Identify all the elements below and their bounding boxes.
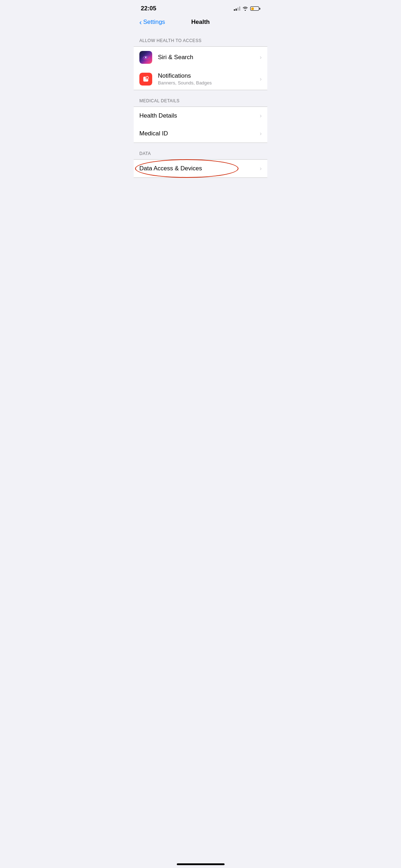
siri-icon [139, 51, 152, 64]
health-details-title: Health Details [139, 112, 257, 119]
notifications-title: Notifications [158, 72, 257, 79]
data-access-devices-row[interactable]: Data Access & Devices › [134, 160, 267, 177]
health-details-chevron-icon: › [260, 113, 262, 119]
data-access-row-wrapper: Data Access & Devices › [134, 160, 267, 177]
nav-bar: ‹ Settings Health [134, 16, 267, 30]
notifications-subtitle: Banners, Sounds, Badges [158, 80, 257, 86]
back-label: Settings [143, 19, 165, 26]
medical-id-chevron-icon: › [260, 130, 262, 137]
section-header-medical-details: MEDICAL DETAILS [134, 90, 267, 107]
medical-id-title: Medical ID [139, 130, 257, 137]
status-icons [234, 6, 260, 11]
siri-search-title: Siri & Search [158, 54, 257, 61]
siri-search-content: Siri & Search [158, 54, 257, 61]
status-bar: 22:05 [134, 0, 267, 16]
section-header-data: DATA [134, 143, 267, 159]
back-button[interactable]: ‹ Settings [139, 19, 165, 26]
back-chevron-icon: ‹ [139, 19, 142, 26]
siri-search-chevron-icon: › [260, 54, 262, 61]
status-time: 22:05 [141, 5, 156, 12]
settings-group-data: Data Access & Devices › [134, 159, 267, 178]
data-access-devices-title: Data Access & Devices [139, 165, 257, 172]
siri-search-row[interactable]: Siri & Search › [134, 47, 267, 68]
notifications-chevron-icon: › [260, 76, 262, 82]
notifications-content: Notifications Banners, Sounds, Badges [158, 72, 257, 86]
data-access-devices-chevron-icon: › [260, 165, 262, 172]
notifications-row[interactable]: Notifications Banners, Sounds, Badges › [134, 68, 267, 90]
svg-point-5 [146, 76, 149, 79]
battery-icon [250, 6, 260, 11]
svg-point-2 [145, 57, 146, 58]
wifi-icon [242, 6, 248, 11]
health-details-row[interactable]: Health Details › [134, 107, 267, 125]
signal-icon [234, 6, 240, 11]
settings-group-allow-health: Siri & Search › Notifications Banners, S… [134, 46, 267, 90]
settings-group-medical: Health Details › Medical ID › [134, 107, 267, 143]
section-header-allow-health: ALLOW HEALTH TO ACCESS [134, 30, 267, 46]
notifications-icon-wrapper [139, 73, 152, 86]
medical-id-row[interactable]: Medical ID › [134, 125, 267, 143]
page-title: Health [191, 19, 210, 26]
